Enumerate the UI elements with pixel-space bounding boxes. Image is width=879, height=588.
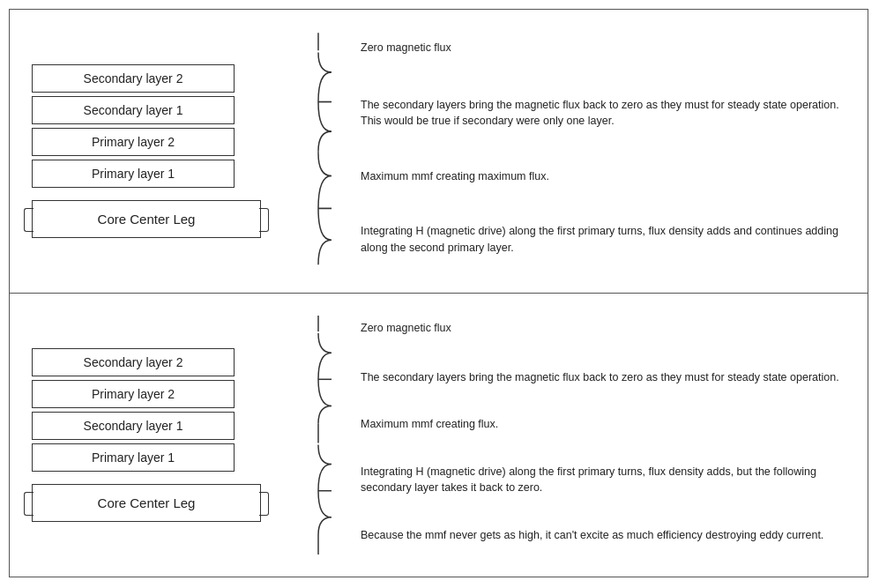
layer-box-s2-1: Secondary layer 2	[32, 64, 235, 93]
layer-box-p2-2: Primary layer 2	[32, 380, 235, 408]
left-panel-2: Secondary layer 2 Primary layer 2 Second…	[10, 302, 309, 568]
brace-area-2	[309, 307, 354, 563]
zero-flux-label-2: Zero magnetic flux	[361, 320, 859, 336]
annotation-2-1: The secondary layers bring the magnetic …	[361, 369, 859, 385]
annotation-1-1: The secondary layers bring the magnetic …	[361, 97, 859, 129]
diagram-section-1: Secondary layer 2 Secondary layer 1 Prim…	[10, 10, 868, 294]
annotation-1-3: Integrating H (magnetic drive) along the…	[361, 223, 859, 255]
layer-box-s1-1: Secondary layer 1	[32, 96, 235, 124]
core-box-2: Core Center Leg	[32, 484, 261, 522]
right-panel-2: Zero magnetic flux The secondary layers …	[309, 302, 868, 568]
annotation-2-2: Maximum mmf creating flux.	[361, 416, 859, 432]
diagram-section-2: Secondary layer 2 Primary layer 2 Second…	[10, 294, 868, 577]
annotation-2-4: Because the mmf never gets as high, it c…	[361, 527, 859, 543]
layer-box-p1-2: Primary layer 1	[32, 443, 235, 472]
right-panel-1: Zero magnetic flux The secondary layers …	[309, 19, 868, 284]
zero-flux-label-1: Zero magnetic flux	[361, 40, 859, 56]
annotation-1-2: Maximum mmf creating maximum flux.	[361, 168, 859, 184]
annotations-panel-1: Zero magnetic flux The secondary layers …	[354, 23, 859, 279]
layer-box-p1-1: Primary layer 1	[32, 160, 235, 188]
layer-box-s2-2: Secondary layer 2	[32, 348, 235, 376]
layer-box-s1-2: Secondary layer 1	[32, 412, 235, 440]
brace-area-1	[309, 23, 354, 279]
layer-box-p2-1: Primary layer 2	[32, 128, 235, 156]
left-panel-1: Secondary layer 2 Secondary layer 1 Prim…	[10, 19, 309, 284]
annotations-panel-2: Zero magnetic flux The secondary layers …	[354, 307, 859, 563]
main-container: Secondary layer 2 Secondary layer 1 Prim…	[9, 9, 868, 577]
annotation-2-3: Integrating H (magnetic drive) along the…	[361, 464, 859, 495]
core-box-1: Core Center Leg	[32, 200, 261, 238]
